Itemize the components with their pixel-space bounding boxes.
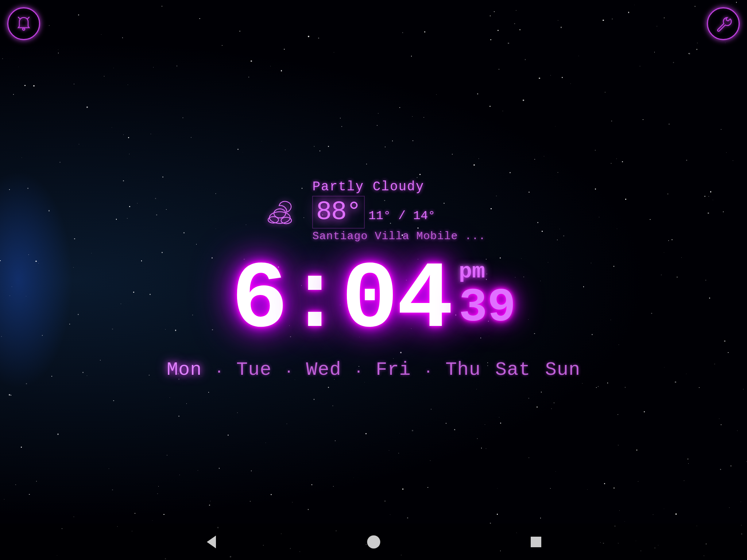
day-separator-3: ·	[356, 361, 361, 380]
app-container: Partly Cloudy 88° 11° / 14° Santiago Vil…	[0, 0, 747, 560]
back-icon	[203, 534, 220, 550]
weather-info: Partly Cloudy 88° 11° / 14° Santiago Vil…	[312, 179, 485, 242]
svg-line-1	[18, 17, 20, 19]
weather-temp-main: 88°	[312, 196, 365, 229]
bell-icon	[15, 15, 33, 33]
clock-time: 6:04	[231, 253, 452, 348]
clock-seconds: 39	[459, 284, 516, 332]
back-button[interactable]	[203, 534, 220, 550]
alarm-button[interactable]	[7, 7, 40, 40]
home-icon	[365, 534, 382, 550]
day-thu[interactable]: Thu	[445, 359, 481, 381]
clock-ampm: pm	[459, 261, 516, 283]
day-separator-2: ·	[286, 361, 291, 380]
weather-temp-range: 11° / 14°	[368, 209, 436, 223]
day-separator-1: ·	[217, 361, 222, 380]
svg-rect-9	[531, 537, 541, 547]
clock-colon: :	[286, 247, 341, 354]
day-fri[interactable]: Fri	[376, 359, 411, 381]
recents-icon	[528, 534, 544, 550]
day-wed[interactable]: Wed	[306, 359, 341, 381]
days-of-week: Mon · Tue · Wed · Fri · Thu Sat Sun	[167, 359, 580, 381]
weather-location: Santiago Villa Mobile ...	[312, 230, 485, 242]
wrench-icon	[714, 15, 732, 33]
svg-point-6	[274, 209, 286, 218]
weather-condition: Partly Cloudy	[312, 179, 485, 194]
weather-temp-row: 88° 11° / 14°	[312, 196, 485, 229]
day-sat[interactable]: Sat	[495, 359, 531, 381]
day-mon[interactable]: Mon	[167, 359, 202, 381]
weather-widget: Partly Cloudy 88° 11° / 14° Santiago Vil…	[261, 179, 485, 242]
svg-point-0	[23, 28, 25, 30]
settings-button[interactable]	[707, 7, 740, 40]
day-tue[interactable]: Tue	[236, 359, 272, 381]
svg-point-5	[281, 217, 291, 223]
clock-seconds-ampm: pm 39	[459, 261, 516, 332]
weather-icon	[261, 197, 305, 226]
clock-hours: 6	[231, 247, 286, 354]
navigation-bar	[0, 524, 747, 560]
day-separator-4: ·	[426, 361, 431, 380]
recents-button[interactable]	[528, 534, 544, 550]
home-button[interactable]	[365, 534, 382, 550]
svg-point-8	[367, 535, 380, 548]
svg-marker-7	[207, 536, 216, 548]
day-sun[interactable]: Sun	[545, 359, 580, 381]
svg-line-2	[27, 17, 29, 19]
clock-display: 6:04 pm 39	[231, 253, 516, 348]
clock-minutes: 04	[341, 247, 452, 354]
